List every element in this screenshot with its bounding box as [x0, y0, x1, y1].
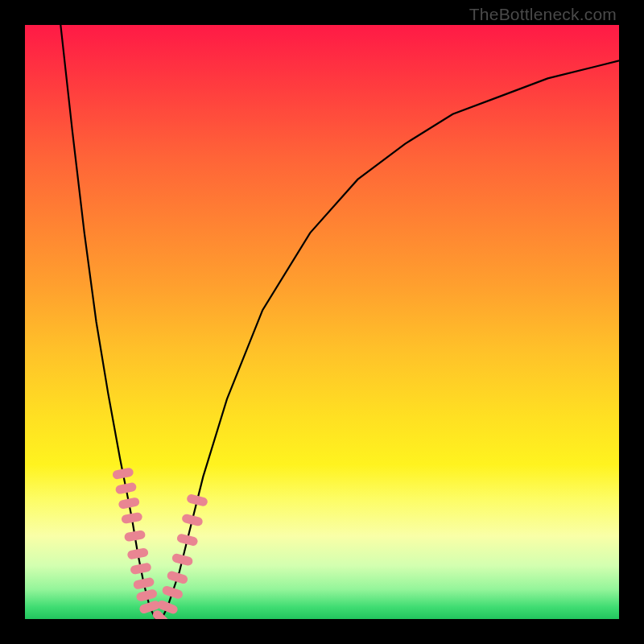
curve-marker [171, 553, 194, 567]
curve-marker [130, 562, 152, 575]
curve-marker [118, 497, 140, 510]
curve-svg [25, 25, 619, 619]
plot-area [25, 25, 619, 619]
curve-marker [176, 533, 199, 547]
curve-marker [135, 588, 158, 602]
curve-marker [181, 514, 204, 527]
curve-marker [124, 530, 146, 542]
curve-marker [133, 577, 155, 590]
curve-marker [166, 570, 188, 584]
curve-marker [186, 493, 208, 507]
watermark-text: TheBottleneck.com [469, 5, 617, 24]
bottleneck-curve-path [60, 25, 619, 619]
curve-marker [161, 584, 184, 600]
curve-marker [121, 512, 143, 524]
curve-marker [112, 467, 134, 480]
curve-marker [126, 547, 149, 559]
curve-markers [112, 467, 208, 619]
curve-marker [115, 482, 138, 495]
chart-canvas: TheBottleneck.com [0, 0, 644, 644]
